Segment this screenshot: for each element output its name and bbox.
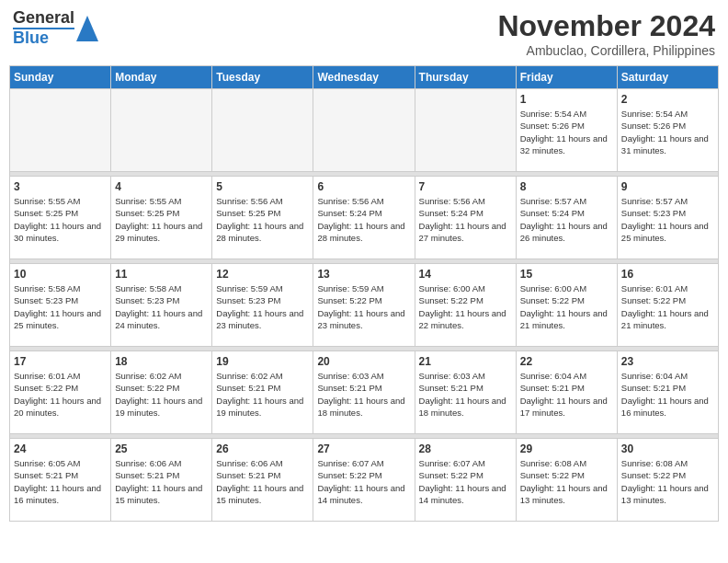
cell-info: Sunrise: 5:57 AM Sunset: 5:24 PM Dayligh…	[520, 195, 613, 244]
day-number: 12	[216, 268, 309, 281]
calendar-cell: 24Sunrise: 6:05 AM Sunset: 5:21 PM Dayli…	[10, 439, 111, 522]
week-row: 1Sunrise: 5:54 AM Sunset: 5:26 PM Daylig…	[10, 89, 719, 172]
day-number: 1	[520, 93, 613, 106]
cell-info: Sunrise: 5:57 AM Sunset: 5:23 PM Dayligh…	[621, 195, 714, 244]
cell-info: Sunrise: 5:59 AM Sunset: 5:22 PM Dayligh…	[317, 282, 410, 331]
cell-info: Sunrise: 5:59 AM Sunset: 5:23 PM Dayligh…	[216, 282, 309, 331]
day-header-thursday: Thursday	[415, 66, 516, 89]
cell-info: Sunrise: 6:01 AM Sunset: 5:22 PM Dayligh…	[621, 282, 714, 331]
cell-info: Sunrise: 5:54 AM Sunset: 5:26 PM Dayligh…	[520, 108, 613, 156]
calendar-cell: 18Sunrise: 6:02 AM Sunset: 5:22 PM Dayli…	[111, 351, 212, 434]
cell-info: Sunrise: 5:56 AM Sunset: 5:24 PM Dayligh…	[419, 195, 512, 244]
day-number: 20	[317, 355, 410, 368]
logo-general-text: General	[13, 8, 74, 27]
calendar-cell: 25Sunrise: 6:06 AM Sunset: 5:21 PM Dayli…	[111, 439, 212, 522]
calendar-cell: 5Sunrise: 5:56 AM Sunset: 5:25 PM Daylig…	[212, 177, 313, 259]
cell-info: Sunrise: 6:03 AM Sunset: 5:21 PM Dayligh…	[317, 370, 410, 419]
calendar-cell: 19Sunrise: 6:02 AM Sunset: 5:21 PM Dayli…	[212, 351, 313, 434]
cell-info: Sunrise: 6:07 AM Sunset: 5:22 PM Dayligh…	[317, 457, 410, 506]
calendar-cell: 30Sunrise: 6:08 AM Sunset: 5:22 PM Dayli…	[617, 439, 718, 522]
day-number: 5	[216, 180, 309, 193]
cell-info: Sunrise: 6:06 AM Sunset: 5:21 PM Dayligh…	[216, 457, 309, 506]
calendar-cell: 26Sunrise: 6:06 AM Sunset: 5:21 PM Dayli…	[212, 439, 313, 522]
calendar-cell	[212, 89, 313, 172]
calendar-cell: 22Sunrise: 6:04 AM Sunset: 5:21 PM Dayli…	[516, 351, 617, 434]
logo: General Blue	[13, 9, 98, 48]
cell-info: Sunrise: 6:03 AM Sunset: 5:21 PM Dayligh…	[419, 370, 512, 419]
cell-info: Sunrise: 6:04 AM Sunset: 5:21 PM Dayligh…	[621, 370, 714, 419]
day-number: 30	[621, 442, 714, 455]
calendar-cell	[313, 89, 415, 172]
calendar-cell	[415, 89, 516, 172]
calendar-cell: 9Sunrise: 5:57 AM Sunset: 5:23 PM Daylig…	[617, 177, 718, 259]
cell-info: Sunrise: 6:04 AM Sunset: 5:21 PM Dayligh…	[520, 370, 613, 419]
title-area: November 2024 Ambuclao, Cordillera, Phil…	[497, 9, 715, 58]
calendar-cell	[111, 89, 212, 172]
calendar-cell: 12Sunrise: 5:59 AM Sunset: 5:23 PM Dayli…	[212, 264, 313, 347]
week-row: 3Sunrise: 5:55 AM Sunset: 5:25 PM Daylig…	[10, 177, 719, 259]
day-number: 10	[14, 268, 107, 281]
cell-info: Sunrise: 5:58 AM Sunset: 5:23 PM Dayligh…	[14, 282, 107, 331]
calendar-cell: 8Sunrise: 5:57 AM Sunset: 5:24 PM Daylig…	[516, 177, 617, 259]
day-number: 15	[520, 268, 613, 281]
day-number: 2	[621, 93, 714, 106]
calendar-cell: 7Sunrise: 5:56 AM Sunset: 5:24 PM Daylig…	[415, 177, 516, 259]
day-number: 25	[115, 442, 208, 455]
cell-info: Sunrise: 6:07 AM Sunset: 5:22 PM Dayligh…	[419, 457, 512, 506]
day-header-friday: Friday	[516, 66, 617, 89]
day-number: 11	[115, 268, 208, 281]
logo-blue: Blue	[13, 28, 74, 48]
calendar-cell: 21Sunrise: 6:03 AM Sunset: 5:21 PM Dayli…	[415, 351, 516, 434]
calendar-cell: 10Sunrise: 5:58 AM Sunset: 5:23 PM Dayli…	[10, 264, 111, 347]
cell-info: Sunrise: 6:02 AM Sunset: 5:22 PM Dayligh…	[115, 370, 208, 419]
week-row: 10Sunrise: 5:58 AM Sunset: 5:23 PM Dayli…	[10, 264, 719, 347]
calendar-cell: 15Sunrise: 6:00 AM Sunset: 5:22 PM Dayli…	[516, 264, 617, 347]
calendar-cell: 17Sunrise: 6:01 AM Sunset: 5:22 PM Dayli…	[10, 351, 111, 434]
cell-info: Sunrise: 5:56 AM Sunset: 5:25 PM Dayligh…	[216, 195, 309, 244]
day-number: 17	[14, 355, 107, 368]
day-number: 8	[520, 180, 613, 193]
day-header-wednesday: Wednesday	[313, 66, 415, 89]
day-number: 18	[115, 355, 208, 368]
cell-info: Sunrise: 6:05 AM Sunset: 5:21 PM Dayligh…	[14, 457, 107, 506]
calendar-cell: 2Sunrise: 5:54 AM Sunset: 5:26 PM Daylig…	[617, 89, 718, 172]
day-number: 27	[317, 442, 410, 455]
calendar-cell: 13Sunrise: 5:59 AM Sunset: 5:22 PM Dayli…	[313, 264, 415, 347]
cell-info: Sunrise: 6:06 AM Sunset: 5:21 PM Dayligh…	[115, 457, 208, 506]
week-row: 17Sunrise: 6:01 AM Sunset: 5:22 PM Dayli…	[10, 351, 719, 434]
cell-info: Sunrise: 5:54 AM Sunset: 5:26 PM Dayligh…	[621, 108, 714, 156]
cell-info: Sunrise: 6:00 AM Sunset: 5:22 PM Dayligh…	[520, 282, 613, 331]
cell-info: Sunrise: 6:08 AM Sunset: 5:22 PM Dayligh…	[520, 457, 613, 506]
day-number: 9	[621, 180, 714, 193]
logo-triangle-icon	[76, 16, 98, 41]
calendar-cell: 1Sunrise: 5:54 AM Sunset: 5:26 PM Daylig…	[516, 89, 617, 172]
day-number: 4	[115, 180, 208, 193]
calendar-cell: 14Sunrise: 6:00 AM Sunset: 5:22 PM Dayli…	[415, 264, 516, 347]
day-header-monday: Monday	[111, 66, 212, 89]
calendar-cell: 20Sunrise: 6:03 AM Sunset: 5:21 PM Dayli…	[313, 351, 415, 434]
calendar-cell: 23Sunrise: 6:04 AM Sunset: 5:21 PM Dayli…	[617, 351, 718, 434]
cell-info: Sunrise: 6:00 AM Sunset: 5:22 PM Dayligh…	[419, 282, 512, 331]
calendar-cell	[10, 89, 111, 172]
calendar-table: SundayMondayTuesdayWednesdayThursdayFrid…	[9, 65, 719, 522]
day-header-tuesday: Tuesday	[212, 66, 313, 89]
week-row: 24Sunrise: 6:05 AM Sunset: 5:21 PM Dayli…	[10, 439, 719, 522]
day-number: 13	[317, 268, 410, 281]
cell-info: Sunrise: 6:01 AM Sunset: 5:22 PM Dayligh…	[14, 370, 107, 419]
day-number: 7	[419, 180, 512, 193]
day-number: 3	[14, 180, 107, 193]
day-number: 24	[14, 442, 107, 455]
calendar-cell: 28Sunrise: 6:07 AM Sunset: 5:22 PM Dayli…	[415, 439, 516, 522]
calendar-cell: 11Sunrise: 5:58 AM Sunset: 5:23 PM Dayli…	[111, 264, 212, 347]
logo-general: General	[13, 9, 74, 28]
cell-info: Sunrise: 5:58 AM Sunset: 5:23 PM Dayligh…	[115, 282, 208, 331]
day-number: 6	[317, 180, 410, 193]
day-number: 16	[621, 268, 714, 281]
calendar-cell: 29Sunrise: 6:08 AM Sunset: 5:22 PM Dayli…	[516, 439, 617, 522]
calendar-cell: 27Sunrise: 6:07 AM Sunset: 5:22 PM Dayli…	[313, 439, 415, 522]
cell-info: Sunrise: 5:56 AM Sunset: 5:24 PM Dayligh…	[317, 195, 410, 244]
cell-info: Sunrise: 6:08 AM Sunset: 5:22 PM Dayligh…	[621, 457, 714, 506]
cell-info: Sunrise: 5:55 AM Sunset: 5:25 PM Dayligh…	[14, 195, 107, 244]
month-title: November 2024	[497, 9, 715, 43]
day-number: 22	[520, 355, 613, 368]
